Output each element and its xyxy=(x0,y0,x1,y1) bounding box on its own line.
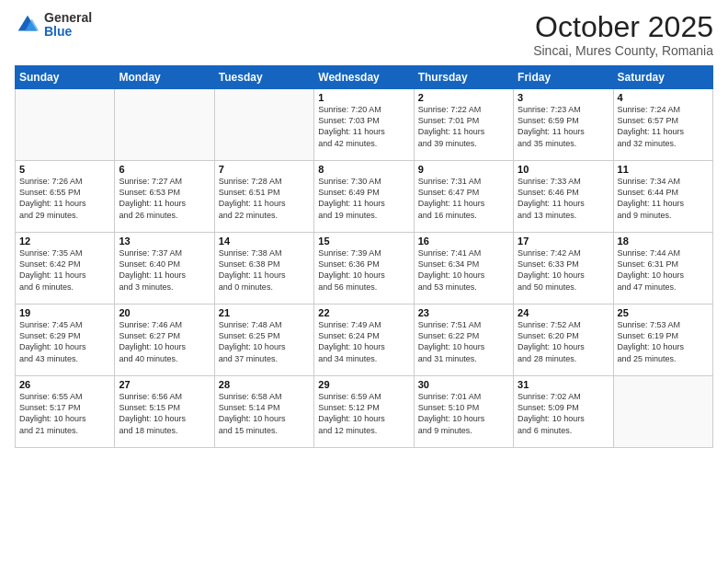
day-number: 17 xyxy=(518,236,609,247)
week-row-1: 1Sunrise: 7:20 AM Sunset: 7:03 PM Daylig… xyxy=(16,89,713,161)
cell-w4-d4: 22Sunrise: 7:49 AM Sunset: 6:24 PM Dayli… xyxy=(314,304,414,376)
cell-w1-d5: 2Sunrise: 7:22 AM Sunset: 7:01 PM Daylig… xyxy=(414,89,513,161)
week-row-4: 19Sunrise: 7:45 AM Sunset: 6:29 PM Dayli… xyxy=(16,304,713,376)
week-row-3: 12Sunrise: 7:35 AM Sunset: 6:42 PM Dayli… xyxy=(16,233,713,304)
day-number: 26 xyxy=(19,379,110,390)
day-number: 10 xyxy=(518,164,609,175)
cell-w5-d5: 30Sunrise: 7:01 AM Sunset: 5:10 PM Dayli… xyxy=(414,376,513,448)
day-info: Sunrise: 7:01 AM Sunset: 5:10 PM Dayligh… xyxy=(418,391,509,436)
logo-general-label: General xyxy=(44,11,92,25)
day-number: 28 xyxy=(219,379,310,390)
day-info: Sunrise: 6:56 AM Sunset: 5:15 PM Dayligh… xyxy=(119,391,210,436)
day-info: Sunrise: 7:34 AM Sunset: 6:44 PM Dayligh… xyxy=(618,176,709,221)
cell-w5-d2: 27Sunrise: 6:56 AM Sunset: 5:15 PM Dayli… xyxy=(115,376,214,448)
day-number: 30 xyxy=(418,379,509,390)
cell-w5-d3: 28Sunrise: 6:58 AM Sunset: 5:14 PM Dayli… xyxy=(214,376,313,448)
cell-w1-d4: 1Sunrise: 7:20 AM Sunset: 7:03 PM Daylig… xyxy=(314,89,414,161)
cell-w4-d2: 20Sunrise: 7:46 AM Sunset: 6:27 PM Dayli… xyxy=(115,304,214,376)
cell-w4-d1: 19Sunrise: 7:45 AM Sunset: 6:29 PM Dayli… xyxy=(16,304,115,376)
day-info: Sunrise: 6:59 AM Sunset: 5:12 PM Dayligh… xyxy=(318,391,409,436)
cell-w4-d5: 23Sunrise: 7:51 AM Sunset: 6:22 PM Dayli… xyxy=(414,304,513,376)
day-info: Sunrise: 7:24 AM Sunset: 6:57 PM Dayligh… xyxy=(618,104,709,149)
page-subtitle: Sincai, Mures County, Romania xyxy=(533,43,713,58)
day-number: 19 xyxy=(19,307,110,318)
cell-w2-d3: 7Sunrise: 7:28 AM Sunset: 6:51 PM Daylig… xyxy=(214,161,313,233)
day-number: 4 xyxy=(618,92,709,103)
calendar-table: Sunday Monday Tuesday Wednesday Thursday… xyxy=(15,65,713,448)
week-row-2: 5Sunrise: 7:26 AM Sunset: 6:55 PM Daylig… xyxy=(16,161,713,233)
day-number: 20 xyxy=(119,307,210,318)
calendar-header-row: Sunday Monday Tuesday Wednesday Thursday… xyxy=(16,66,713,89)
day-info: Sunrise: 6:58 AM Sunset: 5:14 PM Dayligh… xyxy=(219,391,310,436)
day-info: Sunrise: 7:22 AM Sunset: 7:01 PM Dayligh… xyxy=(418,104,509,149)
cell-w2-d7: 11Sunrise: 7:34 AM Sunset: 6:44 PM Dayli… xyxy=(613,161,712,233)
cell-w2-d1: 5Sunrise: 7:26 AM Sunset: 6:55 PM Daylig… xyxy=(16,161,115,233)
cell-w4-d7: 25Sunrise: 7:53 AM Sunset: 6:19 PM Dayli… xyxy=(613,304,712,376)
cell-w1-d2 xyxy=(115,89,214,161)
day-info: Sunrise: 7:27 AM Sunset: 6:53 PM Dayligh… xyxy=(119,176,210,221)
cell-w3-d5: 16Sunrise: 7:41 AM Sunset: 6:34 PM Dayli… xyxy=(414,233,513,304)
day-info: Sunrise: 7:46 AM Sunset: 6:27 PM Dayligh… xyxy=(119,319,210,364)
day-info: Sunrise: 7:23 AM Sunset: 6:59 PM Dayligh… xyxy=(518,104,609,149)
col-monday: Monday xyxy=(115,66,214,89)
day-number: 3 xyxy=(518,92,609,103)
cell-w3-d2: 13Sunrise: 7:37 AM Sunset: 6:40 PM Dayli… xyxy=(115,233,214,304)
day-info: Sunrise: 7:44 AM Sunset: 6:31 PM Dayligh… xyxy=(618,247,709,293)
day-number: 5 xyxy=(19,164,110,175)
day-number: 31 xyxy=(518,379,609,390)
day-number: 6 xyxy=(119,164,210,175)
day-info: Sunrise: 7:28 AM Sunset: 6:51 PM Dayligh… xyxy=(219,176,310,221)
day-number: 11 xyxy=(618,164,709,175)
day-info: Sunrise: 7:20 AM Sunset: 7:03 PM Dayligh… xyxy=(318,104,409,149)
cell-w3-d7: 18Sunrise: 7:44 AM Sunset: 6:31 PM Dayli… xyxy=(613,233,712,304)
cell-w4-d3: 21Sunrise: 7:48 AM Sunset: 6:25 PM Dayli… xyxy=(214,304,313,376)
day-info: Sunrise: 7:33 AM Sunset: 6:46 PM Dayligh… xyxy=(518,176,609,221)
logo-icon xyxy=(15,12,40,38)
day-number: 22 xyxy=(318,307,409,318)
day-info: Sunrise: 7:26 AM Sunset: 6:55 PM Dayligh… xyxy=(19,176,110,221)
cell-w3-d3: 14Sunrise: 7:38 AM Sunset: 6:38 PM Dayli… xyxy=(214,233,313,304)
cell-w5-d4: 29Sunrise: 6:59 AM Sunset: 5:12 PM Dayli… xyxy=(314,376,414,448)
day-info: Sunrise: 7:39 AM Sunset: 6:36 PM Dayligh… xyxy=(318,247,409,293)
day-number: 27 xyxy=(119,379,210,390)
day-info: Sunrise: 7:31 AM Sunset: 6:47 PM Dayligh… xyxy=(418,176,509,221)
day-number: 9 xyxy=(418,164,509,175)
day-number: 23 xyxy=(418,307,509,318)
col-tuesday: Tuesday xyxy=(214,66,313,89)
cell-w3-d1: 12Sunrise: 7:35 AM Sunset: 6:42 PM Dayli… xyxy=(16,233,115,304)
day-info: Sunrise: 7:41 AM Sunset: 6:34 PM Dayligh… xyxy=(418,247,509,293)
title-block: October 2025 Sincai, Mures County, Roman… xyxy=(533,11,713,58)
col-wednesday: Wednesday xyxy=(314,66,414,89)
day-info: Sunrise: 7:49 AM Sunset: 6:24 PM Dayligh… xyxy=(318,319,409,364)
week-row-5: 26Sunrise: 6:55 AM Sunset: 5:17 PM Dayli… xyxy=(16,376,713,448)
day-info: Sunrise: 7:45 AM Sunset: 6:29 PM Dayligh… xyxy=(19,319,110,364)
day-number: 7 xyxy=(219,164,310,175)
logo-text: General Blue xyxy=(44,11,92,40)
cell-w2-d6: 10Sunrise: 7:33 AM Sunset: 6:46 PM Dayli… xyxy=(514,161,613,233)
col-friday: Friday xyxy=(514,66,613,89)
day-number: 16 xyxy=(418,236,509,247)
day-number: 21 xyxy=(219,307,310,318)
cell-w5-d1: 26Sunrise: 6:55 AM Sunset: 5:17 PM Dayli… xyxy=(16,376,115,448)
day-number: 2 xyxy=(418,92,509,103)
cell-w5-d7 xyxy=(613,376,712,448)
day-info: Sunrise: 7:35 AM Sunset: 6:42 PM Dayligh… xyxy=(19,247,110,293)
day-info: Sunrise: 7:02 AM Sunset: 5:09 PM Dayligh… xyxy=(518,391,609,436)
cell-w2-d5: 9Sunrise: 7:31 AM Sunset: 6:47 PM Daylig… xyxy=(414,161,513,233)
day-info: Sunrise: 7:38 AM Sunset: 6:38 PM Dayligh… xyxy=(219,247,310,293)
cell-w2-d4: 8Sunrise: 7:30 AM Sunset: 6:49 PM Daylig… xyxy=(314,161,414,233)
day-info: Sunrise: 7:42 AM Sunset: 6:33 PM Dayligh… xyxy=(518,247,609,293)
day-info: Sunrise: 7:48 AM Sunset: 6:25 PM Dayligh… xyxy=(219,319,310,364)
day-info: Sunrise: 7:53 AM Sunset: 6:19 PM Dayligh… xyxy=(618,319,709,364)
cell-w3-d6: 17Sunrise: 7:42 AM Sunset: 6:33 PM Dayli… xyxy=(514,233,613,304)
cell-w1-d1 xyxy=(16,89,115,161)
cell-w2-d2: 6Sunrise: 7:27 AM Sunset: 6:53 PM Daylig… xyxy=(115,161,214,233)
day-number: 1 xyxy=(318,92,409,103)
col-saturday: Saturday xyxy=(613,66,712,89)
day-info: Sunrise: 7:52 AM Sunset: 6:20 PM Dayligh… xyxy=(518,319,609,364)
cell-w3-d4: 15Sunrise: 7:39 AM Sunset: 6:36 PM Dayli… xyxy=(314,233,414,304)
logo: General Blue xyxy=(15,11,92,40)
col-thursday: Thursday xyxy=(414,66,513,89)
cell-w1-d7: 4Sunrise: 7:24 AM Sunset: 6:57 PM Daylig… xyxy=(613,89,712,161)
day-number: 14 xyxy=(219,236,310,247)
